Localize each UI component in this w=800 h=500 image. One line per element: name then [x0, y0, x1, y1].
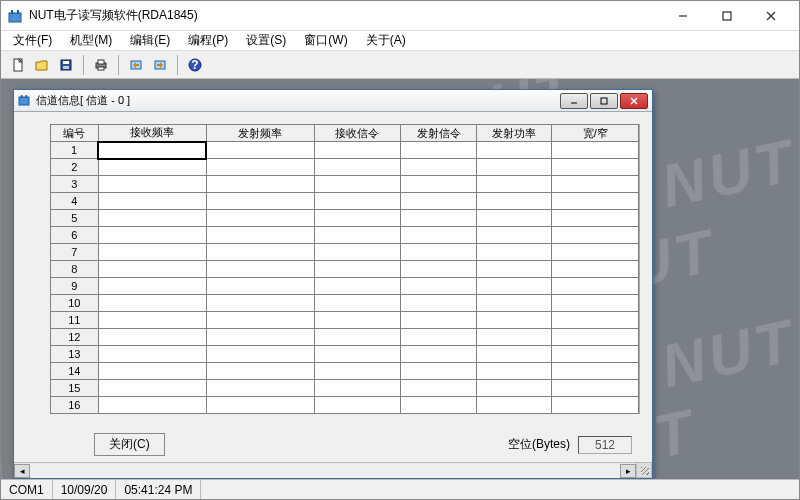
table-cell[interactable] [476, 210, 552, 227]
table-cell[interactable] [206, 397, 314, 414]
menu-edit[interactable]: 编辑(E) [122, 30, 178, 51]
table-cell[interactable] [552, 227, 639, 244]
table-cell[interactable] [314, 142, 400, 159]
table-cell[interactable] [552, 363, 639, 380]
table-cell[interactable] [206, 295, 314, 312]
help-icon[interactable]: ? [184, 54, 206, 76]
table-cell[interactable] [476, 363, 552, 380]
table-cell[interactable] [476, 193, 552, 210]
save-icon[interactable] [55, 54, 77, 76]
col-rx-signal[interactable]: 接收信令 [314, 125, 400, 142]
table-cell[interactable] [552, 193, 639, 210]
scroll-left-icon[interactable]: ◂ [14, 464, 30, 478]
table-cell[interactable] [552, 346, 639, 363]
menu-window[interactable]: 窗口(W) [296, 30, 355, 51]
table-cell[interactable] [206, 176, 314, 193]
row-number-cell[interactable]: 4 [51, 193, 99, 210]
table-cell[interactable] [401, 159, 477, 176]
col-tx-freq[interactable]: 发射频率 [206, 125, 314, 142]
table-cell[interactable] [314, 227, 400, 244]
table-cell[interactable] [401, 278, 477, 295]
table-row[interactable]: 16 [51, 397, 639, 414]
table-row[interactable]: 8 [51, 261, 639, 278]
table-cell[interactable] [552, 142, 639, 159]
table-cell[interactable] [98, 312, 206, 329]
table-row[interactable]: 10 [51, 295, 639, 312]
col-tx-power[interactable]: 发射功率 [476, 125, 552, 142]
table-cell[interactable] [98, 176, 206, 193]
table-cell[interactable] [98, 346, 206, 363]
minimize-button[interactable] [661, 2, 705, 30]
table-cell[interactable] [552, 210, 639, 227]
table-cell[interactable] [98, 363, 206, 380]
table-cell[interactable] [476, 295, 552, 312]
table-cell[interactable] [98, 397, 206, 414]
table-cell[interactable] [98, 329, 206, 346]
table-row[interactable]: 1 [51, 142, 639, 159]
table-cell[interactable] [476, 227, 552, 244]
channel-table[interactable]: 编号 接收频率 发射频率 接收信令 发射信令 发射功率 宽/窄 12345678… [50, 124, 639, 414]
row-number-cell[interactable]: 13 [51, 346, 99, 363]
resize-grip-icon[interactable] [636, 462, 652, 478]
table-cell[interactable] [206, 210, 314, 227]
table-cell[interactable] [206, 346, 314, 363]
table-cell[interactable] [552, 295, 639, 312]
table-cell[interactable] [401, 346, 477, 363]
row-number-cell[interactable]: 6 [51, 227, 99, 244]
table-cell[interactable] [476, 261, 552, 278]
row-number-cell[interactable]: 11 [51, 312, 99, 329]
col-number[interactable]: 编号 [51, 125, 99, 142]
table-cell[interactable] [314, 329, 400, 346]
table-row[interactable]: 3 [51, 176, 639, 193]
table-cell[interactable] [401, 176, 477, 193]
table-cell[interactable] [206, 278, 314, 295]
table-cell[interactable] [552, 312, 639, 329]
table-cell[interactable] [401, 244, 477, 261]
table-cell[interactable] [314, 295, 400, 312]
table-cell[interactable] [98, 295, 206, 312]
table-cell[interactable] [401, 380, 477, 397]
table-cell[interactable] [314, 278, 400, 295]
read-icon[interactable] [125, 54, 147, 76]
menu-model[interactable]: 机型(M) [62, 30, 120, 51]
table-cell[interactable] [98, 380, 206, 397]
close-button[interactable] [749, 2, 793, 30]
table-cell[interactable] [98, 278, 206, 295]
table-cell[interactable] [98, 244, 206, 261]
table-cell[interactable] [206, 159, 314, 176]
table-row[interactable]: 4 [51, 193, 639, 210]
menu-program[interactable]: 编程(P) [180, 30, 236, 51]
col-rx-freq[interactable]: 接收频率 [98, 125, 206, 142]
child-minimize-button[interactable] [560, 93, 588, 109]
table-cell[interactable] [401, 142, 477, 159]
table-cell[interactable] [314, 380, 400, 397]
table-cell[interactable] [206, 329, 314, 346]
table-row[interactable]: 11 [51, 312, 639, 329]
table-cell[interactable] [314, 176, 400, 193]
table-cell[interactable] [401, 210, 477, 227]
table-cell[interactable] [476, 142, 552, 159]
scroll-right-icon[interactable]: ▸ [620, 464, 636, 478]
table-cell[interactable] [552, 261, 639, 278]
table-cell[interactable] [401, 227, 477, 244]
child-maximize-button[interactable] [590, 93, 618, 109]
table-cell[interactable] [98, 210, 206, 227]
table-cell[interactable] [476, 380, 552, 397]
table-cell[interactable] [476, 346, 552, 363]
child-close-button[interactable] [620, 93, 648, 109]
row-number-cell[interactable]: 3 [51, 176, 99, 193]
table-cell[interactable] [552, 159, 639, 176]
menu-settings[interactable]: 设置(S) [238, 30, 294, 51]
new-file-icon[interactable] [7, 54, 29, 76]
table-cell[interactable] [314, 363, 400, 380]
table-cell[interactable] [98, 193, 206, 210]
table-cell[interactable] [314, 312, 400, 329]
table-cell[interactable] [98, 227, 206, 244]
table-cell[interactable] [552, 380, 639, 397]
table-cell[interactable] [206, 312, 314, 329]
table-cell[interactable] [98, 159, 206, 176]
table-cell[interactable] [314, 159, 400, 176]
table-cell[interactable] [552, 329, 639, 346]
table-row[interactable]: 2 [51, 159, 639, 176]
table-cell[interactable] [401, 295, 477, 312]
